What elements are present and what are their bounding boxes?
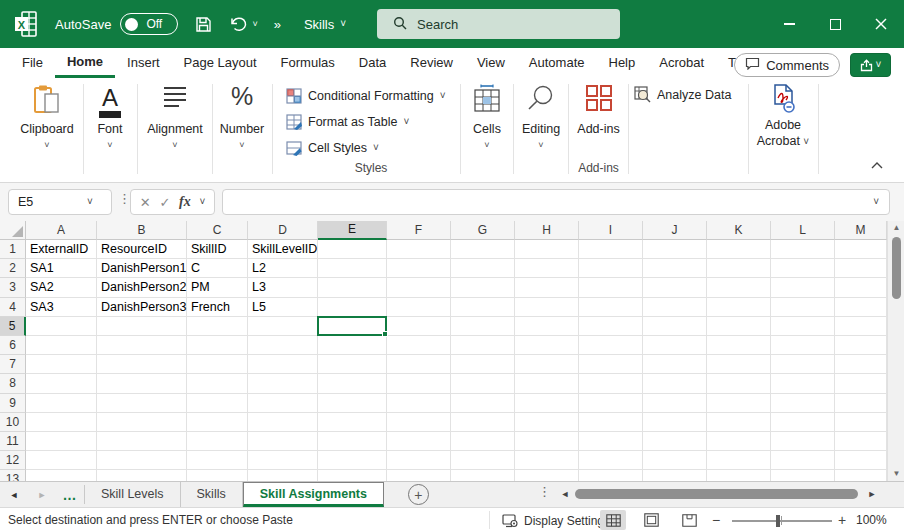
cell-I6[interactable] (579, 336, 643, 355)
cell-D1[interactable]: SkillLevelID (248, 240, 318, 259)
cell-I8[interactable] (579, 374, 643, 393)
cell-B4[interactable]: DanishPerson3 (97, 298, 187, 317)
row-header-11[interactable]: 11 (0, 432, 26, 451)
cell-I13[interactable] (579, 470, 643, 481)
cell-F12[interactable] (387, 451, 451, 470)
row-header-6[interactable]: 6 (0, 336, 26, 355)
cell-L13[interactable] (771, 470, 835, 481)
cell-K2[interactable] (707, 259, 771, 278)
tab-view[interactable]: View (465, 48, 517, 78)
cell-C1[interactable]: SkillID (187, 240, 248, 259)
alignment-group-button[interactable]: Alignment ˅ (140, 78, 210, 150)
new-sheet-button[interactable]: + (408, 484, 429, 505)
cell-M13[interactable] (835, 470, 887, 481)
cell-F9[interactable] (387, 394, 451, 413)
cell-H11[interactable] (515, 432, 579, 451)
tab-strip-splitter-icon[interactable]: ⋮ (538, 484, 551, 499)
display-settings-button[interactable]: Display Settings (502, 511, 610, 530)
adobe-acrobat-button[interactable]: Adobe Acrobat ˅ (748, 78, 818, 149)
fill-handle[interactable] (382, 331, 388, 337)
tab-page-layout[interactable]: Page Layout (172, 48, 269, 78)
cell-E11[interactable] (318, 432, 387, 451)
cell-C13[interactable] (187, 470, 248, 481)
row-header-13[interactable]: 13 (0, 470, 26, 481)
cell-H9[interactable] (515, 394, 579, 413)
column-header-L[interactable]: L (771, 221, 835, 240)
cell-D13[interactable] (248, 470, 318, 481)
cell-A1[interactable]: ExternalID (26, 240, 97, 259)
cell-J2[interactable] (643, 259, 707, 278)
cell-G11[interactable] (451, 432, 515, 451)
column-header-M[interactable]: M (835, 221, 887, 240)
cell-H5[interactable] (515, 317, 579, 336)
cell-F1[interactable] (387, 240, 451, 259)
cell-H4[interactable] (515, 298, 579, 317)
cell-G8[interactable] (451, 374, 515, 393)
cell-H10[interactable] (515, 413, 579, 432)
cell-A13[interactable] (26, 470, 97, 481)
cell-G12[interactable] (451, 451, 515, 470)
cell-G6[interactable] (451, 336, 515, 355)
cell-K9[interactable] (707, 394, 771, 413)
sheet-nav-right-icon[interactable]: ► (28, 482, 56, 507)
zoom-out-icon[interactable]: − (712, 512, 720, 528)
cell-M10[interactable] (835, 413, 887, 432)
cell-D9[interactable] (248, 394, 318, 413)
cell-L12[interactable] (771, 451, 835, 470)
close-button[interactable] (858, 0, 904, 48)
cell-B1[interactable]: ResourceID (97, 240, 187, 259)
cell-K4[interactable] (707, 298, 771, 317)
enter-icon[interactable]: ✓ (159, 195, 170, 210)
font-group-button[interactable]: A Font ˅ (85, 78, 135, 150)
name-box-chevron-icon[interactable]: ˅ (87, 197, 93, 207)
cell-J5[interactable] (643, 317, 707, 336)
sheet-nav-left-icon[interactable]: ◄ (0, 482, 28, 507)
cell-I1[interactable] (579, 240, 643, 259)
function-chevron-icon[interactable]: ˅ (199, 197, 205, 207)
cell-E2[interactable] (318, 259, 387, 278)
cell-K1[interactable] (707, 240, 771, 259)
cell-A3[interactable]: SA2 (26, 278, 97, 297)
expand-formula-bar-icon[interactable]: ˅ (873, 197, 879, 207)
undo-chevron-icon[interactable]: ˅ (252, 20, 257, 29)
cell-M12[interactable] (835, 451, 887, 470)
row-header-5[interactable]: 5 (0, 317, 26, 336)
cell-D11[interactable] (248, 432, 318, 451)
addins-button[interactable]: Add-ins (570, 78, 627, 136)
cell-E8[interactable] (318, 374, 387, 393)
cell-B3[interactable]: DanishPerson2 (97, 278, 187, 297)
cell-F6[interactable] (387, 336, 451, 355)
cell-B11[interactable] (97, 432, 187, 451)
cell-L11[interactable] (771, 432, 835, 451)
cell-B6[interactable] (97, 336, 187, 355)
number-group-button[interactable]: % Number ˅ (212, 78, 272, 150)
cell-A10[interactable] (26, 413, 97, 432)
column-header-D[interactable]: D (248, 221, 318, 240)
horizontal-scroll-thumb[interactable] (575, 489, 858, 499)
autosave-toggle[interactable]: Off (120, 13, 178, 35)
cell-A11[interactable] (26, 432, 97, 451)
cell-L8[interactable] (771, 374, 835, 393)
cell-E12[interactable] (318, 451, 387, 470)
cell-A7[interactable] (26, 355, 97, 374)
share-button[interactable]: ˅ (850, 53, 891, 77)
cell-M11[interactable] (835, 432, 887, 451)
scroll-down-icon[interactable]: ▼ (888, 467, 904, 481)
cell-A12[interactable] (26, 451, 97, 470)
cell-I3[interactable] (579, 278, 643, 297)
cell-C11[interactable] (187, 432, 248, 451)
tab-file[interactable]: File (10, 48, 55, 78)
cell-F2[interactable] (387, 259, 451, 278)
cell-L1[interactable] (771, 240, 835, 259)
row-header-8[interactable]: 8 (0, 374, 26, 393)
cell-L10[interactable] (771, 413, 835, 432)
cell-K12[interactable] (707, 451, 771, 470)
tab-data[interactable]: Data (347, 48, 398, 78)
cell-C8[interactable] (187, 374, 248, 393)
cell-E1[interactable] (318, 240, 387, 259)
cell-M8[interactable] (835, 374, 887, 393)
cell-A4[interactable]: SA3 (26, 298, 97, 317)
cell-I7[interactable] (579, 355, 643, 374)
cell-J13[interactable] (643, 470, 707, 481)
select-all-button[interactable] (0, 221, 26, 240)
